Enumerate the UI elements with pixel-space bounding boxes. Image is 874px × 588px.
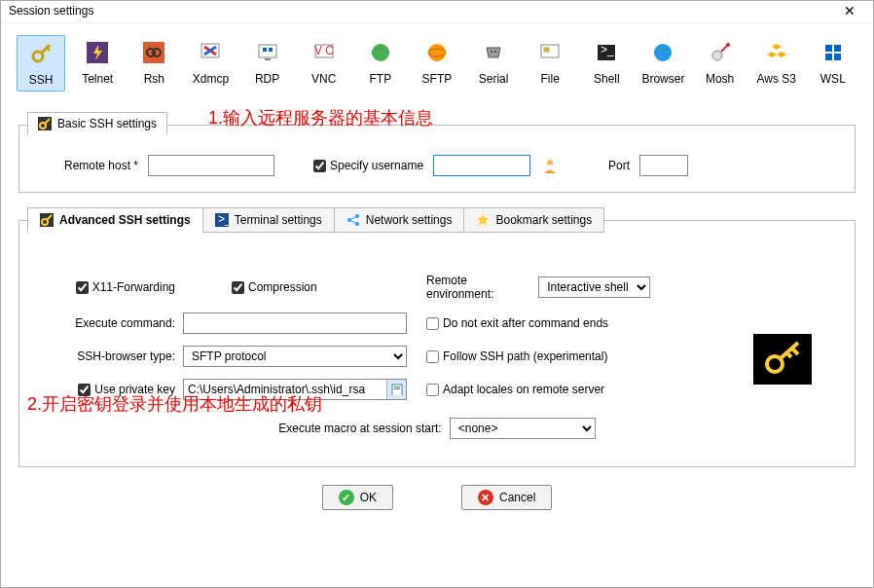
- user-icon[interactable]: [540, 156, 560, 175]
- svg-text:>_: >_: [218, 213, 229, 226]
- lightning-icon: [84, 39, 111, 66]
- tool-label: Telnet: [82, 72, 113, 86]
- tool-label: Browser: [641, 72, 684, 86]
- dialog-buttons: ✓ OK ✕ Cancel: [1, 485, 873, 510]
- svg-line-49: [349, 220, 357, 224]
- cb-label: Specify username: [330, 159, 423, 172]
- macro-select[interactable]: <none>: [450, 418, 596, 439]
- no-exit-checkbox[interactable]: Do not exit after command ends: [407, 316, 650, 330]
- tool-label: WSL: [820, 72, 846, 86]
- x-icon: ✕: [478, 490, 493, 505]
- tool-label: Mosh: [706, 72, 734, 86]
- svg-marker-33: [777, 52, 786, 57]
- tool-aws[interactable]: Aws S3: [752, 35, 801, 92]
- svg-line-2: [47, 48, 50, 51]
- tool-ftp[interactable]: FTP: [356, 35, 405, 92]
- session-type-toolbar: SSH Telnet Rsh Xdmcp RDP V C VNC FTP SFT…: [1, 23, 873, 95]
- tab-bookmark[interactable]: Bookmark settings: [464, 207, 604, 233]
- btn-label: Cancel: [499, 491, 535, 504]
- serial-icon: [480, 39, 507, 66]
- follow-ssh-checkbox[interactable]: Follow SSH path (experimental): [407, 349, 650, 363]
- svg-rect-37: [834, 54, 841, 60]
- tool-wsl[interactable]: WSL: [809, 35, 857, 92]
- tab-advanced-ssh[interactable]: Advanced SSH settings: [27, 207, 203, 233]
- shell-icon: >_: [593, 39, 620, 66]
- tool-label: File: [541, 72, 560, 86]
- svg-point-21: [491, 51, 492, 53]
- cancel-button[interactable]: ✕ Cancel: [461, 485, 552, 510]
- svg-rect-13: [269, 48, 273, 52]
- port-label: Port: [608, 159, 630, 172]
- globe-orange-icon: [423, 39, 451, 66]
- svg-point-22: [494, 51, 496, 53]
- svg-line-57: [787, 353, 791, 357]
- svg-rect-53: [394, 388, 400, 389]
- tool-ssh[interactable]: SSH: [17, 35, 65, 92]
- tool-vnc[interactable]: V C VNC: [300, 35, 348, 92]
- tool-xdmcp[interactable]: Xdmcp: [186, 35, 235, 92]
- svg-rect-14: [265, 58, 271, 60]
- svg-text:>_: >_: [601, 43, 614, 56]
- exec-cmd-input[interactable]: [183, 312, 407, 334]
- window-title: Session settings: [9, 4, 93, 18]
- specify-username-checkbox[interactable]: Specify username: [313, 159, 423, 172]
- x-icon: [197, 39, 224, 66]
- tool-file[interactable]: File: [526, 35, 574, 92]
- remote-env-select[interactable]: Interactive shell: [538, 276, 650, 298]
- svg-rect-52: [394, 386, 400, 387]
- star-icon: [476, 213, 490, 227]
- tool-rdp[interactable]: RDP: [243, 35, 292, 92]
- tool-rsh[interactable]: Rsh: [129, 35, 178, 92]
- specify-username-cb[interactable]: [313, 160, 326, 172]
- tool-mosh[interactable]: Mosh: [696, 35, 745, 92]
- svg-point-28: [712, 51, 722, 60]
- btn-label: OK: [360, 491, 377, 504]
- file-browse-icon[interactable]: [386, 380, 406, 399]
- x11-checkbox[interactable]: X11-Forwarding: [47, 280, 183, 294]
- tool-browser[interactable]: Browser: [638, 35, 687, 92]
- svg-rect-36: [825, 54, 832, 60]
- svg-point-27: [654, 44, 672, 61]
- ssh-browser-select[interactable]: SFTP protocol: [183, 346, 407, 367]
- tab-network[interactable]: Network settings: [335, 207, 465, 233]
- macro-label: Execute macro at session start:: [278, 422, 441, 435]
- key-small-icon: [40, 213, 54, 227]
- basic-ssh-tab[interactable]: Basic SSH settings: [27, 112, 167, 135]
- tool-label: RDP: [255, 72, 279, 86]
- annotation-2: 2.开启密钥登录并使用本地生成的私钥: [27, 392, 322, 416]
- tool-label: Shell: [594, 72, 620, 86]
- tool-label: Xdmcp: [193, 72, 229, 86]
- tool-serial[interactable]: Serial: [469, 35, 518, 92]
- exec-cmd-label: Execute command:: [47, 316, 183, 330]
- ssh-browser-label: SSH-browser type:: [47, 349, 183, 363]
- windows-icon: [819, 39, 847, 66]
- globe-green-icon: [367, 39, 394, 66]
- svg-point-54: [767, 356, 783, 372]
- svg-text:V C: V C: [314, 44, 334, 57]
- tool-label: VNC: [311, 72, 336, 86]
- check-icon: ✓: [339, 490, 354, 505]
- svg-point-19: [428, 44, 446, 61]
- svg-marker-32: [767, 52, 777, 57]
- svg-point-17: [372, 44, 389, 61]
- key-icon: [27, 40, 55, 67]
- tool-label: Rsh: [144, 72, 164, 86]
- tool-label: SFTP: [422, 72, 453, 86]
- port-input[interactable]: [639, 155, 688, 176]
- titlebar: Session settings ✕: [1, 1, 873, 23]
- tool-telnet[interactable]: Telnet: [73, 35, 122, 92]
- remote-host-input[interactable]: [148, 155, 274, 176]
- compression-checkbox[interactable]: Compression: [183, 280, 407, 294]
- svg-rect-11: [259, 45, 276, 57]
- tab-label: Network settings: [366, 213, 453, 227]
- tool-sftp[interactable]: SFTP: [413, 35, 461, 92]
- vnc-icon: V C: [310, 39, 338, 66]
- svg-line-48: [349, 216, 357, 220]
- username-input[interactable]: [433, 155, 530, 176]
- adapt-locales-checkbox[interactable]: Adapt locales on remote server: [407, 383, 650, 396]
- ok-button[interactable]: ✓ OK: [322, 485, 393, 510]
- close-icon[interactable]: ✕: [834, 3, 865, 18]
- tab-terminal[interactable]: >_ Terminal settings: [203, 207, 335, 233]
- large-key-icon: [753, 334, 812, 385]
- tool-shell[interactable]: >_ Shell: [582, 35, 631, 92]
